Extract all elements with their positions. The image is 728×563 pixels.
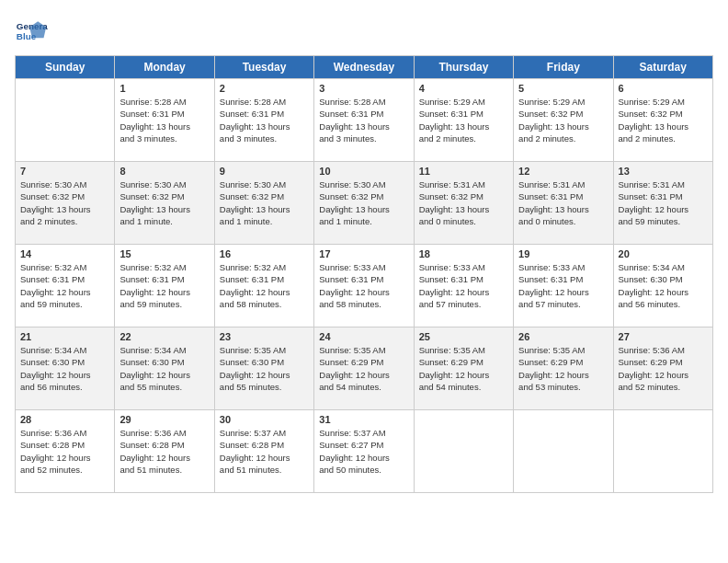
day-number: 9 — [220, 166, 309, 177]
day-detail: Sunrise: 5:36 AM Sunset: 6:28 PM Dayligh… — [119, 427, 209, 476]
calendar-week-3: 14Sunrise: 5:32 AM Sunset: 6:31 PM Dayli… — [16, 245, 713, 327]
calendar-cell: 4Sunrise: 5:29 AM Sunset: 6:31 PM Daylig… — [414, 79, 513, 162]
day-detail: Sunrise: 5:36 AM Sunset: 6:28 PM Dayligh… — [20, 427, 109, 476]
day-detail: Sunrise: 5:33 AM Sunset: 6:31 PM Dayligh… — [319, 261, 408, 310]
calendar-week-4: 21Sunrise: 5:34 AM Sunset: 6:30 PM Dayli… — [16, 327, 713, 410]
day-detail: Sunrise: 5:34 AM Sunset: 6:30 PM Dayligh… — [619, 261, 708, 310]
day-detail: Sunrise: 5:28 AM Sunset: 6:31 PM Dayligh… — [220, 96, 309, 144]
calendar-week-2: 7Sunrise: 5:30 AM Sunset: 6:32 PM Daylig… — [16, 162, 713, 245]
calendar-cell: 20Sunrise: 5:34 AM Sunset: 6:30 PM Dayli… — [613, 245, 712, 327]
calendar-cell: 21Sunrise: 5:34 AM Sunset: 6:30 PM Dayli… — [16, 327, 115, 410]
day-detail: Sunrise: 5:34 AM Sunset: 6:30 PM Dayligh… — [20, 344, 109, 393]
day-detail: Sunrise: 5:29 AM Sunset: 6:32 PM Dayligh… — [518, 96, 608, 144]
calendar-week-1: 1Sunrise: 5:28 AM Sunset: 6:31 PM Daylig… — [16, 79, 713, 162]
day-number: 20 — [619, 248, 708, 259]
day-detail: Sunrise: 5:28 AM Sunset: 6:31 PM Dayligh… — [319, 96, 408, 144]
day-header-sunday: Sunday — [16, 56, 115, 79]
calendar-cell: 6Sunrise: 5:29 AM Sunset: 6:32 PM Daylig… — [613, 79, 712, 162]
day-detail: Sunrise: 5:34 AM Sunset: 6:30 PM Dayligh… — [119, 344, 209, 393]
day-number: 10 — [319, 166, 408, 177]
calendar-cell: 22Sunrise: 5:34 AM Sunset: 6:30 PM Dayli… — [115, 327, 214, 410]
day-number: 23 — [220, 331, 309, 342]
calendar-cell: 8Sunrise: 5:30 AM Sunset: 6:32 PM Daylig… — [115, 162, 214, 245]
calendar-cell: 19Sunrise: 5:33 AM Sunset: 6:31 PM Dayli… — [514, 245, 613, 327]
day-number: 17 — [319, 248, 408, 259]
calendar-cell: 27Sunrise: 5:36 AM Sunset: 6:29 PM Dayli… — [613, 327, 712, 410]
calendar-cell: 15Sunrise: 5:32 AM Sunset: 6:31 PM Dayli… — [115, 245, 214, 327]
day-number: 25 — [419, 331, 508, 342]
day-detail: Sunrise: 5:35 AM Sunset: 6:29 PM Dayligh… — [518, 344, 608, 393]
calendar-cell: 3Sunrise: 5:28 AM Sunset: 6:31 PM Daylig… — [314, 79, 414, 162]
day-detail: Sunrise: 5:31 AM Sunset: 6:32 PM Dayligh… — [419, 178, 508, 227]
day-number: 2 — [220, 83, 309, 94]
calendar-cell: 12Sunrise: 5:31 AM Sunset: 6:31 PM Dayli… — [514, 162, 613, 245]
day-number: 4 — [419, 83, 508, 94]
day-header-wednesday: Wednesday — [314, 56, 414, 79]
calendar-cell: 24Sunrise: 5:35 AM Sunset: 6:29 PM Dayli… — [314, 327, 414, 410]
day-number: 27 — [619, 331, 708, 342]
day-number: 31 — [319, 414, 408, 425]
day-number: 5 — [518, 83, 608, 94]
day-detail: Sunrise: 5:33 AM Sunset: 6:31 PM Dayligh… — [419, 261, 508, 310]
day-header-friday: Friday — [514, 56, 613, 79]
calendar-cell: 26Sunrise: 5:35 AM Sunset: 6:29 PM Dayli… — [514, 327, 613, 410]
day-number: 7 — [20, 166, 109, 177]
logo-icon: General Blue — [15, 15, 48, 48]
day-detail: Sunrise: 5:29 AM Sunset: 6:31 PM Dayligh… — [419, 96, 508, 144]
day-number: 28 — [20, 414, 109, 425]
day-detail: Sunrise: 5:28 AM Sunset: 6:31 PM Dayligh… — [119, 96, 209, 144]
day-detail: Sunrise: 5:31 AM Sunset: 6:31 PM Dayligh… — [619, 178, 708, 227]
calendar-cell: 23Sunrise: 5:35 AM Sunset: 6:30 PM Dayli… — [214, 327, 313, 410]
day-detail: Sunrise: 5:32 AM Sunset: 6:31 PM Dayligh… — [20, 261, 109, 310]
day-number: 12 — [518, 166, 608, 177]
calendar-cell: 14Sunrise: 5:32 AM Sunset: 6:31 PM Dayli… — [16, 245, 115, 327]
day-number: 15 — [119, 248, 209, 259]
calendar-cell: 2Sunrise: 5:28 AM Sunset: 6:31 PM Daylig… — [214, 79, 313, 162]
calendar-cell: 17Sunrise: 5:33 AM Sunset: 6:31 PM Dayli… — [314, 245, 414, 327]
day-number: 26 — [518, 331, 608, 342]
calendar-week-5: 28Sunrise: 5:36 AM Sunset: 6:28 PM Dayli… — [16, 410, 713, 493]
calendar-cell: 1Sunrise: 5:28 AM Sunset: 6:31 PM Daylig… — [115, 79, 214, 162]
day-number: 14 — [20, 248, 109, 259]
day-number: 18 — [419, 248, 508, 259]
day-header-tuesday: Tuesday — [214, 56, 313, 79]
calendar-cell: 25Sunrise: 5:35 AM Sunset: 6:29 PM Dayli… — [414, 327, 513, 410]
day-number: 11 — [419, 166, 508, 177]
day-number: 24 — [319, 331, 408, 342]
day-detail: Sunrise: 5:37 AM Sunset: 6:27 PM Dayligh… — [319, 427, 408, 476]
day-detail: Sunrise: 5:31 AM Sunset: 6:31 PM Dayligh… — [518, 178, 608, 227]
calendar-cell: 18Sunrise: 5:33 AM Sunset: 6:31 PM Dayli… — [414, 245, 513, 327]
day-number: 22 — [119, 331, 209, 342]
calendar-cell — [414, 410, 513, 493]
calendar-cell — [16, 79, 115, 162]
calendar-cell: 7Sunrise: 5:30 AM Sunset: 6:32 PM Daylig… — [16, 162, 115, 245]
day-header-thursday: Thursday — [414, 56, 513, 79]
calendar-table: SundayMondayTuesdayWednesdayThursdayFrid… — [15, 55, 713, 493]
day-detail: Sunrise: 5:29 AM Sunset: 6:32 PM Dayligh… — [619, 96, 708, 144]
day-detail: Sunrise: 5:32 AM Sunset: 6:31 PM Dayligh… — [220, 261, 309, 310]
calendar-cell: 28Sunrise: 5:36 AM Sunset: 6:28 PM Dayli… — [16, 410, 115, 493]
day-detail: Sunrise: 5:33 AM Sunset: 6:31 PM Dayligh… — [518, 261, 608, 310]
day-number: 19 — [518, 248, 608, 259]
day-detail: Sunrise: 5:32 AM Sunset: 6:31 PM Dayligh… — [119, 261, 209, 310]
calendar-cell: 16Sunrise: 5:32 AM Sunset: 6:31 PM Dayli… — [214, 245, 313, 327]
calendar-cell: 10Sunrise: 5:30 AM Sunset: 6:32 PM Dayli… — [314, 162, 414, 245]
calendar-cell: 13Sunrise: 5:31 AM Sunset: 6:31 PM Dayli… — [613, 162, 712, 245]
day-number: 16 — [220, 248, 309, 259]
day-number: 13 — [619, 166, 708, 177]
logo: General Blue — [15, 15, 48, 48]
calendar-cell: 29Sunrise: 5:36 AM Sunset: 6:28 PM Dayli… — [115, 410, 214, 493]
day-header-monday: Monday — [115, 56, 214, 79]
calendar-cell: 30Sunrise: 5:37 AM Sunset: 6:28 PM Dayli… — [214, 410, 313, 493]
day-number: 6 — [619, 83, 708, 94]
day-number: 8 — [119, 166, 209, 177]
day-detail: Sunrise: 5:30 AM Sunset: 6:32 PM Dayligh… — [220, 178, 309, 227]
day-detail: Sunrise: 5:35 AM Sunset: 6:30 PM Dayligh… — [220, 344, 309, 393]
day-number: 29 — [119, 414, 209, 425]
day-number: 3 — [319, 83, 408, 94]
day-detail: Sunrise: 5:35 AM Sunset: 6:29 PM Dayligh… — [319, 344, 408, 393]
calendar-body: 1Sunrise: 5:28 AM Sunset: 6:31 PM Daylig… — [16, 79, 713, 493]
day-detail: Sunrise: 5:37 AM Sunset: 6:28 PM Dayligh… — [220, 427, 309, 476]
calendar-header-row: SundayMondayTuesdayWednesdayThursdayFrid… — [16, 56, 713, 79]
calendar-cell: 11Sunrise: 5:31 AM Sunset: 6:32 PM Dayli… — [414, 162, 513, 245]
